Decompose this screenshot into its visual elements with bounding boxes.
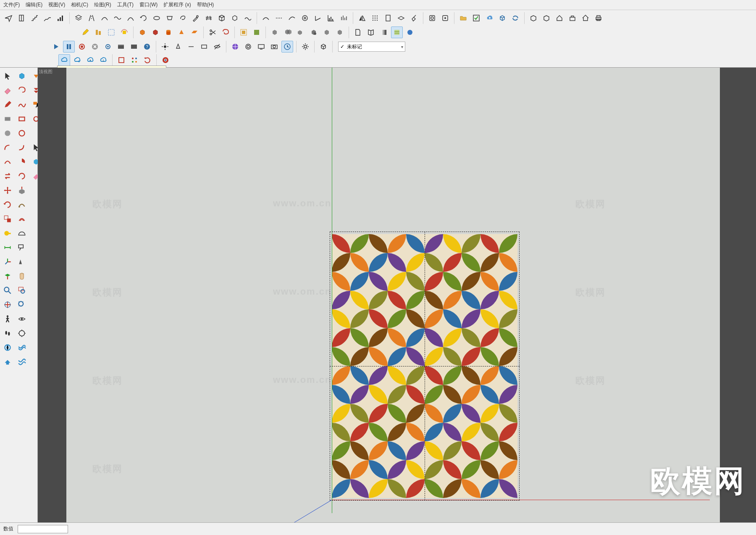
lasso-icon[interactable]	[220, 26, 231, 38]
menu-tools[interactable]: 工具(T)	[117, 1, 134, 8]
solid5-icon[interactable]	[321, 26, 333, 38]
box-red-icon[interactable]	[150, 26, 161, 38]
light-icon[interactable]	[159, 41, 171, 53]
walk-icon[interactable]	[2, 313, 13, 325]
rotate-red-icon[interactable]	[2, 199, 13, 211]
eye-icon[interactable]	[16, 313, 28, 325]
book-icon[interactable]	[365, 26, 377, 38]
curve2-icon[interactable]	[286, 12, 298, 24]
zoom-extents-icon[interactable]	[16, 299, 28, 311]
arc3-icon[interactable]	[2, 156, 13, 168]
menu-camera[interactable]: 相机(C)	[71, 1, 88, 8]
tag-selector[interactable]: ✓ 未标记 ▾	[338, 42, 405, 52]
solid1-icon[interactable]	[269, 26, 281, 38]
cloud-down-icon[interactable]	[97, 54, 109, 66]
page2-icon[interactable]	[352, 26, 364, 38]
curve-icon[interactable]	[99, 12, 110, 24]
texture-icon[interactable]	[391, 26, 403, 38]
menu-file[interactable]: 文件(F)	[3, 1, 20, 8]
select-tool-icon[interactable]	[2, 70, 13, 82]
followme-icon[interactable]	[16, 199, 28, 211]
protractor-icon[interactable]	[16, 227, 28, 239]
feet-icon[interactable]	[2, 327, 13, 339]
rect-icon[interactable]	[198, 41, 210, 53]
angle-icon[interactable]	[312, 12, 324, 24]
swap-icon[interactable]	[2, 170, 13, 182]
scissors-icon[interactable]	[207, 26, 218, 38]
group-box-icon[interactable]	[238, 26, 249, 38]
shape-icon[interactable]	[164, 12, 176, 24]
house-icon[interactable]	[554, 12, 565, 24]
clock-icon[interactable]	[281, 41, 293, 53]
dashes-icon[interactable]	[273, 12, 285, 24]
freehand-icon[interactable]	[16, 99, 28, 111]
box3d-2-icon[interactable]	[541, 12, 552, 24]
zoom-icon[interactable]	[2, 285, 13, 296]
align-icon[interactable]	[92, 26, 104, 38]
solid3-icon[interactable]	[295, 26, 307, 38]
select-box-icon[interactable]	[105, 26, 117, 38]
pushpull-icon[interactable]	[16, 184, 28, 196]
screen-icon[interactable]	[255, 41, 267, 53]
circle-gray-icon[interactable]	[2, 127, 13, 139]
solid4-icon[interactable]	[308, 26, 320, 38]
offset-icon[interactable]	[16, 213, 28, 225]
page-icon[interactable]	[382, 12, 394, 24]
refresh-red-icon[interactable]	[142, 54, 153, 66]
device1-icon[interactable]	[426, 12, 438, 24]
menu-edit[interactable]: 编辑(E)	[26, 1, 42, 8]
menu-window[interactable]: 窗口(W)	[139, 1, 158, 8]
box-layers-icon[interactable]	[216, 12, 228, 24]
grid-icon[interactable]	[369, 12, 381, 24]
move-icon[interactable]	[2, 184, 13, 196]
plugin3-icon[interactable]	[2, 356, 13, 368]
scale-icon[interactable]	[2, 213, 13, 225]
pie-icon[interactable]	[16, 156, 28, 168]
sync-icon[interactable]	[509, 12, 521, 24]
nodes-icon[interactable]	[129, 54, 140, 66]
hide-icon[interactable]	[211, 41, 223, 53]
cloud-up2-icon[interactable]	[84, 54, 96, 66]
zoom-window-icon[interactable]	[16, 285, 28, 296]
component-icon[interactable]	[251, 26, 262, 38]
text-icon[interactable]	[16, 242, 28, 253]
arc-red-icon[interactable]	[2, 142, 13, 153]
3dtext-icon[interactable]	[16, 256, 28, 268]
prism-icon[interactable]	[176, 26, 187, 38]
section-icon[interactable]	[2, 270, 13, 282]
cloud1-icon[interactable]	[58, 54, 70, 66]
menu-help[interactable]: 帮助(H)	[197, 1, 214, 8]
chart-icon[interactable]	[325, 12, 337, 24]
gear-circle-icon[interactable]	[299, 12, 311, 24]
mirror-icon[interactable]	[356, 12, 368, 24]
square-icon[interactable]	[116, 54, 127, 66]
axes-icon[interactable]	[2, 256, 13, 268]
folder-open-icon[interactable]	[457, 12, 469, 24]
pause-icon[interactable]	[63, 41, 75, 53]
cloud2-icon[interactable]	[71, 54, 83, 66]
cube-blue-icon[interactable]	[496, 12, 508, 24]
plugin2-icon[interactable]	[16, 342, 28, 353]
road-icon[interactable]	[86, 12, 97, 24]
loop-icon[interactable]	[177, 12, 189, 24]
arrow-tool-icon[interactable]	[3, 12, 14, 24]
package-icon[interactable]	[318, 41, 329, 53]
plugin1-icon[interactable]	[2, 342, 13, 353]
menu-extensions[interactable]: 扩展程序 (x)	[163, 1, 191, 8]
broom-icon[interactable]	[408, 12, 420, 24]
plugin4-icon[interactable]	[16, 356, 28, 368]
check-box-icon[interactable]	[470, 12, 482, 24]
grid-surface-icon[interactable]	[203, 12, 215, 24]
camera-icon[interactable]	[268, 41, 280, 53]
stop-icon[interactable]	[89, 41, 101, 53]
chrome-icon[interactable]	[160, 54, 171, 66]
chart2-icon[interactable]	[338, 12, 350, 24]
spotlight-icon[interactable]	[172, 41, 184, 53]
rotate-box-icon[interactable]	[118, 26, 130, 38]
layer-single-icon[interactable]	[395, 12, 407, 24]
target-icon[interactable]	[242, 41, 254, 53]
gear-blue-icon[interactable]	[102, 41, 114, 53]
layers-icon[interactable]	[73, 12, 84, 24]
film-icon[interactable]	[115, 41, 127, 53]
brush-icon[interactable]	[190, 12, 202, 24]
